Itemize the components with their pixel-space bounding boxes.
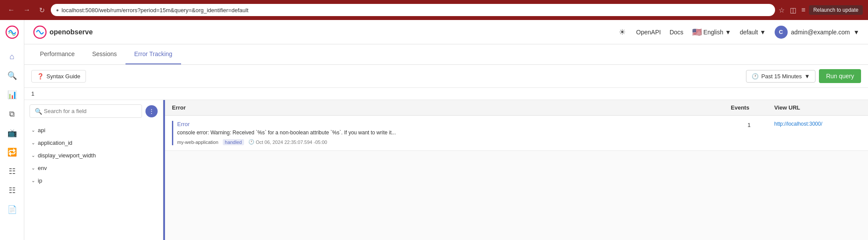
field-list: ⌄ api ⌄ application_id ⌄ display_viewpor…: [24, 122, 163, 240]
sidebar-item-home[interactable]: ⌂: [3, 48, 21, 65]
error-handled-badge: handled: [223, 139, 244, 145]
flag-icon: 🇺🇸: [692, 27, 702, 37]
error-app: my-web-application: [177, 140, 218, 145]
query-result-count: 1: [24, 88, 868, 100]
relaunch-button[interactable]: Relaunch to update: [809, 5, 863, 15]
apps-icon: ☷: [9, 167, 16, 176]
field-item-ip[interactable]: ⌄ ip: [24, 174, 163, 187]
sidebar-item-dashboard[interactable]: ⧉: [3, 105, 21, 123]
chevron-down-icon: ⌄: [31, 140, 35, 146]
tab-sessions[interactable]: Sessions: [83, 44, 125, 64]
clock-icon: 🕐: [752, 73, 759, 80]
app-container: ⌂ 🔍 📊 ⧉ 📺 🔁 ☷ ☷ 📄: [0, 20, 868, 240]
run-query-button[interactable]: Run query: [819, 69, 861, 83]
drag-icon: ⋮: [149, 108, 155, 115]
search-icon: 🔍: [7, 71, 17, 80]
sidebar-item-search[interactable]: 🔍: [3, 67, 21, 84]
sidebar-item-metrics[interactable]: 📊: [3, 86, 21, 103]
results-header: Error Events View URL: [165, 100, 868, 116]
field-label: env: [38, 165, 47, 171]
secure-icon: ●: [56, 7, 59, 13]
chevron-down-icon: ⌄: [31, 178, 35, 183]
error-timestamp: 🕐 Oct 06, 2024 22:35:07.594 -05:00: [248, 139, 327, 145]
field-search-container: 🔍 ⋮: [24, 100, 163, 122]
org-label: default: [740, 29, 758, 36]
sidebar-logo: [3, 23, 21, 43]
home-icon: ⌂: [10, 52, 14, 61]
language-selector[interactable]: 🇺🇸 English ▼: [692, 27, 731, 37]
tab-error-tracking[interactable]: Error Tracking: [125, 44, 181, 64]
user-email: admin@example.com: [791, 29, 850, 36]
search-input[interactable]: [30, 104, 142, 118]
toolbar: ❓ Syntax Guide 🕐 Past 15 Minutes ▼ Run q…: [24, 65, 868, 88]
language-label: English: [703, 29, 723, 36]
error-message: console error: Warning: Received `%s` fo…: [177, 129, 724, 137]
dashboard-icon: ⧉: [9, 110, 15, 119]
error-url-link[interactable]: http://localhost:3000/: [774, 121, 861, 127]
content-area: 🔍 ⋮ ⌄ api ⌄ application_id: [24, 100, 868, 240]
field-label: api: [38, 127, 45, 133]
main-content: openobserve ☀ OpenAPI Docs 🇺🇸 English ▼ …: [24, 20, 868, 240]
user-chevron-icon: ▼: [853, 29, 859, 36]
avatar: C: [775, 26, 788, 39]
error-title[interactable]: Error: [177, 121, 724, 127]
error-indicator: [172, 121, 173, 145]
refresh-button[interactable]: ↻: [36, 4, 47, 16]
field-item-application-id[interactable]: ⌄ application_id: [24, 137, 163, 149]
forward-button[interactable]: →: [21, 4, 33, 16]
browser-chrome: ← → ↻ ● localhost:5080/web/rum/errors?pe…: [0, 0, 868, 20]
extensions-icon[interactable]: ◫: [790, 6, 796, 14]
table-row: Error console error: Warning: Received `…: [165, 116, 868, 151]
org-chevron-icon: ▼: [760, 29, 766, 36]
chevron-down-icon: ⌄: [31, 127, 35, 133]
org-selector[interactable]: default ▼: [740, 29, 766, 36]
openapi-link[interactable]: OpenAPI: [636, 29, 661, 36]
address-bar[interactable]: ● localhost:5080/web/rum/errors?period=1…: [51, 4, 775, 16]
question-icon: ❓: [37, 73, 44, 80]
error-events-count: 1: [727, 121, 771, 128]
document-icon: 📄: [7, 205, 17, 214]
sidebar: ⌂ 🔍 📊 ⧉ 📺 🔁 ☷ ☷ 📄: [0, 20, 24, 240]
chevron-down-icon: ⌄: [31, 153, 35, 158]
app-logo: openobserve: [33, 25, 93, 39]
time-picker-button[interactable]: 🕐 Past 15 Minutes ▼: [746, 70, 815, 83]
syntax-guide-button[interactable]: ❓ Syntax Guide: [31, 70, 86, 83]
clock-icon: 🕐: [248, 139, 254, 145]
field-label: application_id: [38, 140, 73, 146]
monitor-icon: 📺: [7, 128, 17, 138]
browser-actions: ☆ ◫ ≡: [779, 6, 805, 14]
sidebar-item-grid[interactable]: ☷: [3, 182, 21, 199]
back-button[interactable]: ←: [5, 4, 17, 16]
field-label: display_viewport_width: [38, 152, 96, 159]
col-events-header: Events: [731, 104, 774, 111]
results-panel: Error Events View URL Error console erro…: [165, 100, 868, 240]
app-name: openobserve: [50, 28, 93, 36]
top-header: openobserve ☀ OpenAPI Docs 🇺🇸 English ▼ …: [24, 20, 868, 44]
results-body: Error console error: Warning: Received `…: [165, 116, 868, 240]
field-item-api[interactable]: ⌄ api: [24, 124, 163, 137]
menu-icon[interactable]: ≡: [802, 6, 805, 14]
sidebar-item-share[interactable]: 🔁: [3, 143, 21, 161]
grid-icon: ☷: [9, 186, 16, 195]
toolbar-right: 🕐 Past 15 Minutes ▼ Run query: [746, 69, 861, 83]
sidebar-item-monitor[interactable]: 📺: [3, 124, 21, 142]
sidebar-item-document[interactable]: 📄: [3, 201, 21, 218]
field-panel: 🔍 ⋮ ⌄ api ⌄ application_id: [24, 100, 163, 240]
star-icon[interactable]: ☆: [779, 6, 785, 14]
theme-toggle-button[interactable]: ☀: [617, 26, 627, 39]
drag-handle[interactable]: ⋮: [145, 105, 158, 117]
col-error-header: Error: [172, 104, 731, 111]
chart-icon: 📊: [7, 90, 17, 100]
docs-link[interactable]: Docs: [670, 29, 683, 36]
error-meta: my-web-application handled 🕐 Oct 06, 202…: [177, 139, 724, 145]
field-item-display-viewport-width[interactable]: ⌄ display_viewport_width: [24, 149, 163, 162]
error-main: Error console error: Warning: Received `…: [172, 121, 724, 145]
field-item-env[interactable]: ⌄ env: [24, 162, 163, 174]
col-url-header: View URL: [774, 104, 861, 111]
time-chevron-icon: ▼: [805, 73, 810, 80]
field-search-icon: 🔍: [35, 108, 42, 115]
sidebar-item-apps[interactable]: ☷: [3, 163, 21, 180]
tab-performance[interactable]: Performance: [31, 44, 83, 64]
user-menu[interactable]: C admin@example.com ▼: [775, 26, 859, 39]
lang-chevron-icon: ▼: [725, 29, 731, 36]
